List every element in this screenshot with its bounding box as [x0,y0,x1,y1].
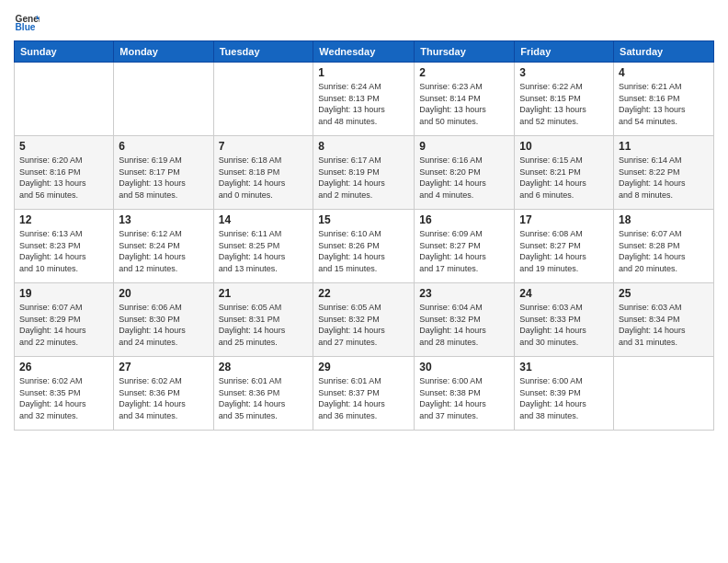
day-cell: 7Sunrise: 6:18 AM Sunset: 8:18 PM Daylig… [213,136,313,210]
day-cell: 25Sunrise: 6:03 AM Sunset: 8:34 PM Dayli… [614,283,714,357]
day-info: Sunrise: 6:10 AM Sunset: 8:26 PM Dayligh… [318,228,409,274]
day-number: 22 [318,287,409,300]
day-cell [15,63,114,136]
day-cell: 8Sunrise: 6:17 AM Sunset: 8:19 PM Daylig… [313,136,415,210]
day-number: 6 [119,140,208,153]
day-cell: 15Sunrise: 6:10 AM Sunset: 8:26 PM Dayli… [313,210,415,283]
day-info: Sunrise: 6:19 AM Sunset: 8:17 PM Dayligh… [119,155,208,201]
day-cell: 14Sunrise: 6:11 AM Sunset: 8:25 PM Dayli… [213,210,313,283]
day-info: Sunrise: 6:00 AM Sunset: 8:38 PM Dayligh… [419,375,509,421]
day-cell: 2Sunrise: 6:23 AM Sunset: 8:14 PM Daylig… [415,63,515,136]
day-info: Sunrise: 6:12 AM Sunset: 8:24 PM Dayligh… [119,228,208,274]
day-info: Sunrise: 6:11 AM Sunset: 8:25 PM Dayligh… [219,228,309,274]
day-info: Sunrise: 6:07 AM Sunset: 8:29 PM Dayligh… [19,302,108,348]
day-cell: 20Sunrise: 6:06 AM Sunset: 8:30 PM Dayli… [114,283,213,357]
day-number: 16 [419,213,509,226]
day-cell: 11Sunrise: 6:14 AM Sunset: 8:22 PM Dayli… [614,136,714,210]
weekday-row: SundayMondayTuesdayWednesdayThursdayFrid… [15,41,714,63]
day-cell [213,63,313,136]
day-info: Sunrise: 6:13 AM Sunset: 8:23 PM Dayligh… [19,228,108,274]
day-info: Sunrise: 6:05 AM Sunset: 8:31 PM Dayligh… [219,302,309,348]
day-cell: 13Sunrise: 6:12 AM Sunset: 8:24 PM Dayli… [114,210,213,283]
day-info: Sunrise: 6:01 AM Sunset: 8:37 PM Dayligh… [318,375,409,421]
day-cell: 22Sunrise: 6:05 AM Sunset: 8:32 PM Dayli… [313,283,415,357]
day-info: Sunrise: 6:16 AM Sunset: 8:20 PM Dayligh… [419,155,509,201]
day-info: Sunrise: 6:02 AM Sunset: 8:36 PM Dayligh… [119,375,208,421]
day-number: 12 [19,213,108,226]
day-cell: 12Sunrise: 6:13 AM Sunset: 8:23 PM Dayli… [15,210,114,283]
day-info: Sunrise: 6:03 AM Sunset: 8:34 PM Dayligh… [619,302,709,348]
weekday-header-friday: Friday [515,41,614,63]
day-cell: 3Sunrise: 6:22 AM Sunset: 8:15 PM Daylig… [515,63,614,136]
day-info: Sunrise: 6:04 AM Sunset: 8:32 PM Dayligh… [419,302,509,348]
day-cell: 10Sunrise: 6:15 AM Sunset: 8:21 PM Dayli… [515,136,614,210]
day-cell: 1Sunrise: 6:24 AM Sunset: 8:13 PM Daylig… [313,63,415,136]
day-cell: 28Sunrise: 6:01 AM Sunset: 8:36 PM Dayli… [213,357,313,431]
day-number: 28 [219,361,309,373]
day-cell: 16Sunrise: 6:09 AM Sunset: 8:27 PM Dayli… [415,210,515,283]
day-number: 9 [419,140,509,153]
weekday-header-saturday: Saturday [614,41,714,63]
day-number: 11 [619,140,709,153]
logo-icon: General Blue [14,9,40,35]
day-info: Sunrise: 6:20 AM Sunset: 8:16 PM Dayligh… [19,155,108,201]
weekday-header-monday: Monday [114,41,213,63]
day-info: Sunrise: 6:23 AM Sunset: 8:14 PM Dayligh… [419,81,509,127]
day-number: 15 [318,213,409,226]
day-cell: 6Sunrise: 6:19 AM Sunset: 8:17 PM Daylig… [114,136,213,210]
day-info: Sunrise: 6:00 AM Sunset: 8:39 PM Dayligh… [519,375,609,421]
week-row-3: 19Sunrise: 6:07 AM Sunset: 8:29 PM Dayli… [15,283,714,357]
day-cell: 31Sunrise: 6:00 AM Sunset: 8:39 PM Dayli… [515,357,614,431]
day-info: Sunrise: 6:08 AM Sunset: 8:27 PM Dayligh… [519,228,609,274]
day-number: 23 [419,287,509,300]
day-number: 4 [619,66,709,79]
weekday-header-sunday: Sunday [15,41,114,63]
day-cell: 17Sunrise: 6:08 AM Sunset: 8:27 PM Dayli… [515,210,614,283]
day-number: 20 [119,287,208,300]
day-info: Sunrise: 6:03 AM Sunset: 8:33 PM Dayligh… [519,302,609,348]
day-cell: 30Sunrise: 6:00 AM Sunset: 8:38 PM Dayli… [415,357,515,431]
day-number: 29 [318,361,409,373]
day-number: 21 [219,287,309,300]
weekday-header-thursday: Thursday [415,41,515,63]
day-cell [114,63,213,136]
weekday-header-wednesday: Wednesday [313,41,415,63]
day-number: 24 [519,287,609,300]
day-cell [614,357,714,431]
day-info: Sunrise: 6:07 AM Sunset: 8:28 PM Dayligh… [619,228,709,274]
day-number: 19 [19,287,108,300]
day-info: Sunrise: 6:15 AM Sunset: 8:21 PM Dayligh… [519,155,609,201]
day-info: Sunrise: 6:21 AM Sunset: 8:16 PM Dayligh… [619,81,709,127]
calendar-header: SundayMondayTuesdayWednesdayThursdayFrid… [15,41,714,63]
day-cell: 29Sunrise: 6:01 AM Sunset: 8:37 PM Dayli… [313,357,415,431]
day-cell: 18Sunrise: 6:07 AM Sunset: 8:28 PM Dayli… [614,210,714,283]
day-cell: 4Sunrise: 6:21 AM Sunset: 8:16 PM Daylig… [614,63,714,136]
page-container: General Blue SundayMondayTuesdayWednesda… [0,0,728,440]
day-info: Sunrise: 6:17 AM Sunset: 8:19 PM Dayligh… [318,155,409,201]
day-info: Sunrise: 6:24 AM Sunset: 8:13 PM Dayligh… [318,81,409,127]
day-number: 17 [519,213,609,226]
day-number: 10 [519,140,609,153]
day-info: Sunrise: 6:06 AM Sunset: 8:30 PM Dayligh… [119,302,208,348]
day-info: Sunrise: 6:02 AM Sunset: 8:35 PM Dayligh… [19,375,108,421]
week-row-0: 1Sunrise: 6:24 AM Sunset: 8:13 PM Daylig… [15,63,714,136]
day-info: Sunrise: 6:05 AM Sunset: 8:32 PM Dayligh… [318,302,409,348]
day-cell: 27Sunrise: 6:02 AM Sunset: 8:36 PM Dayli… [114,357,213,431]
svg-text:Blue: Blue [16,22,36,32]
day-cell: 23Sunrise: 6:04 AM Sunset: 8:32 PM Dayli… [415,283,515,357]
day-info: Sunrise: 6:09 AM Sunset: 8:27 PM Dayligh… [419,228,509,274]
calendar-table: SundayMondayTuesdayWednesdayThursdayFrid… [14,40,714,431]
logo: General Blue [14,9,40,35]
week-row-2: 12Sunrise: 6:13 AM Sunset: 8:23 PM Dayli… [15,210,714,283]
day-number: 26 [19,361,108,373]
day-cell: 5Sunrise: 6:20 AM Sunset: 8:16 PM Daylig… [15,136,114,210]
day-cell: 26Sunrise: 6:02 AM Sunset: 8:35 PM Dayli… [15,357,114,431]
day-number: 8 [318,140,409,153]
week-row-4: 26Sunrise: 6:02 AM Sunset: 8:35 PM Dayli… [15,357,714,431]
day-number: 18 [619,213,709,226]
day-number: 2 [419,66,509,79]
week-row-1: 5Sunrise: 6:20 AM Sunset: 8:16 PM Daylig… [15,136,714,210]
weekday-header-tuesday: Tuesday [213,41,313,63]
header: General Blue [14,9,714,35]
day-number: 14 [219,213,309,226]
